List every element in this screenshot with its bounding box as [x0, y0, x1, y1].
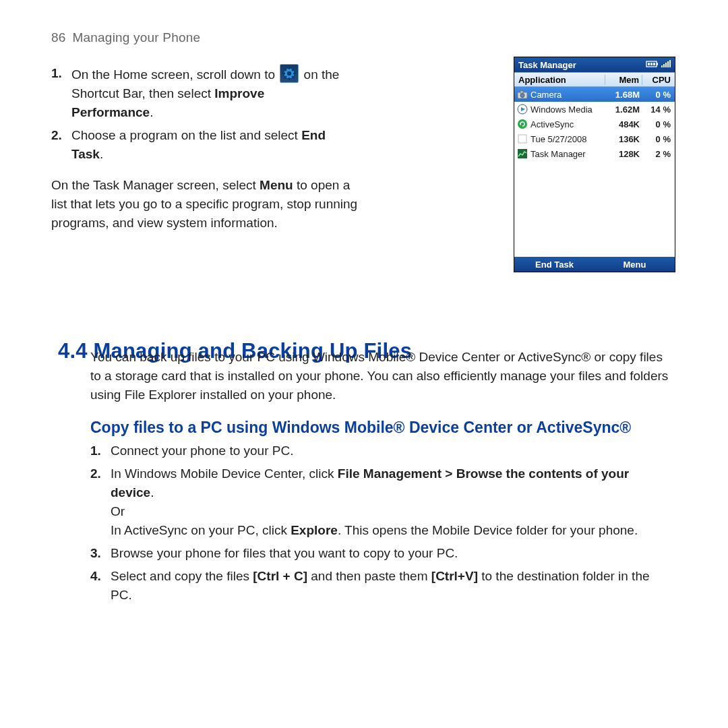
gear-shortcut-icon	[280, 64, 299, 83]
tm-row: Tue 5/27/2008 136K 0 %	[514, 131, 675, 146]
step-number: 4.	[90, 567, 105, 605]
step-text: On the Home screen, scroll down to	[71, 64, 341, 122]
svg-rect-19	[669, 60, 671, 67]
taskmgr-icon	[517, 148, 528, 159]
section-intro: You can back up files to your PC using W…	[90, 348, 673, 404]
tm-app-name: Task Manager	[530, 149, 606, 159]
step-text: Select and copy the files [Ctrl + C] and…	[111, 567, 673, 605]
tm-row: Task Manager 128K 2 %	[514, 146, 675, 161]
svg-rect-14	[653, 63, 655, 65]
step-number: 2.	[90, 464, 105, 540]
tm-app-name: Tue 5/27/2008	[530, 134, 606, 144]
step-text: Connect your phone to your PC.	[111, 442, 673, 460]
svg-rect-15	[661, 65, 663, 67]
tm-cpu: 14 %	[642, 104, 675, 115]
svg-rect-12	[648, 63, 650, 65]
task-manager-screenshot: Task Manager Application Mem CPU Camera …	[514, 57, 675, 272]
svg-rect-22	[520, 91, 523, 93]
tm-title: Task Manager	[518, 60, 576, 70]
svg-rect-17	[665, 63, 667, 67]
task-manager-note: On the Task Manager screen, select Menu …	[51, 176, 365, 233]
tm-mem: 136K	[606, 134, 642, 144]
page-section-title: Managing your Phone	[73, 30, 201, 44]
svg-point-25	[518, 119, 527, 129]
step-number: 1.	[51, 64, 66, 122]
step-number: 3.	[90, 544, 105, 563]
step-text: In Windows Mobile Device Center, click F…	[111, 464, 673, 540]
tm-softkey-right: Menu	[595, 260, 675, 270]
tm-app-name: ActiveSync	[530, 119, 606, 129]
tm-app-name: Camera	[530, 90, 606, 100]
tm-mem: 1.68M	[606, 90, 642, 100]
tm-softkey-left: End Task	[514, 260, 595, 270]
tm-cpu: 2 %	[642, 149, 675, 159]
camera-icon	[517, 89, 528, 100]
blank-icon	[517, 133, 528, 144]
svg-point-1	[287, 71, 291, 75]
top-steps-list: 1. On the Home screen, scroll down to	[51, 64, 341, 164]
page-number: 86	[51, 30, 66, 44]
sync-icon	[517, 119, 528, 129]
step-text: Browse your phone for files that you wan…	[111, 544, 673, 563]
svg-rect-16	[663, 64, 665, 67]
tm-row: ActiveSync 484K 0 %	[514, 117, 675, 131]
running-header: 86Managing your Phone	[51, 30, 677, 45]
tm-list: Camera 1.68M 0 % Windows Media 1.62M 14 …	[514, 87, 675, 257]
signal-icon	[661, 60, 671, 70]
tm-row: Camera 1.68M 0 %	[514, 87, 675, 102]
copy-steps-list: 1. Connect your phone to your PC. 2. In …	[90, 442, 673, 605]
svg-rect-27	[518, 135, 526, 143]
tm-column-headers: Application Mem CPU	[514, 72, 675, 87]
tm-mem: 1.62M	[606, 104, 642, 115]
svg-point-21	[520, 94, 524, 98]
tm-mem: 128K	[606, 149, 642, 159]
tm-titlebar: Task Manager	[514, 57, 675, 72]
tm-col-cpu: CPU	[642, 75, 675, 85]
wmp-icon	[517, 104, 528, 115]
tm-cpu: 0 %	[642, 90, 675, 100]
step-number: 1.	[90, 442, 105, 460]
svg-rect-11	[657, 63, 658, 65]
tm-app-name: Windows Media	[530, 104, 606, 115]
tm-cpu: 0 %	[642, 134, 675, 144]
step-text: Choose a program on the list and select …	[71, 126, 341, 164]
tm-cpu: 0 %	[642, 119, 675, 129]
step-number: 2.	[51, 126, 66, 164]
svg-rect-28	[518, 149, 527, 158]
tm-col-mem: Mem	[605, 75, 642, 85]
tm-menubar: End Task Menu	[514, 257, 675, 272]
svg-rect-18	[667, 61, 669, 67]
svg-rect-13	[650, 63, 653, 65]
battery-icon	[646, 60, 659, 70]
subsection-heading: Copy files to a PC using Windows Mobile®…	[90, 418, 673, 437]
tm-mem: 484K	[606, 119, 642, 129]
tm-col-application: Application	[514, 75, 605, 85]
tm-row: Windows Media 1.62M 14 %	[514, 102, 675, 117]
